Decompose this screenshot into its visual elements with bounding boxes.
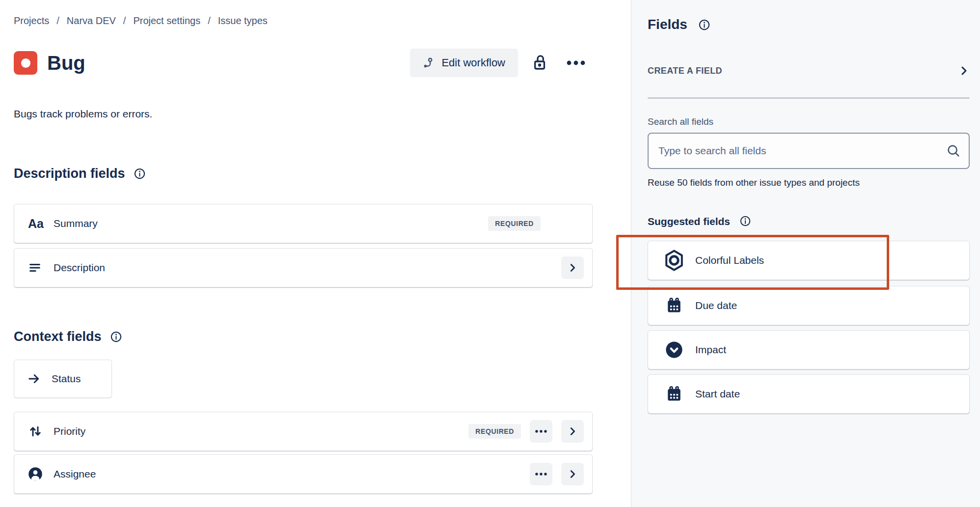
field-label: Priority <box>54 425 85 437</box>
required-badge: REQUIRED <box>488 216 541 231</box>
align-left-icon <box>28 261 47 275</box>
open-field-button[interactable] <box>561 420 584 443</box>
edit-workflow-label: Edit workflow <box>441 56 505 69</box>
info-icon[interactable] <box>739 215 751 227</box>
row-controls <box>561 256 592 279</box>
issue-type-description: Bugs track problems or errors. <box>14 107 152 120</box>
text-style-icon: Aa <box>28 218 47 230</box>
suggested-field-start-date[interactable]: Start date <box>648 374 970 414</box>
breadcrumb: Projects / Narva DEV / Project settings … <box>14 14 268 28</box>
more-icon <box>535 472 547 477</box>
field-label: Summary <box>54 218 98 229</box>
fields-title: Fields <box>648 18 687 31</box>
arrow-right-icon <box>27 372 41 386</box>
header-actions: Edit workflow <box>410 49 593 77</box>
reuse-fields-hint: Reuse 50 fields from other issue types a… <box>648 177 860 189</box>
page-header: Bug Edit workflow <box>14 48 593 78</box>
workflow-icon <box>423 56 436 69</box>
field-label: Assignee <box>54 468 96 480</box>
field-row-description[interactable]: Description <box>14 248 593 287</box>
label-icon <box>662 249 686 272</box>
fields-heading: Fields <box>648 18 710 31</box>
breadcrumb-separator: / <box>123 16 126 26</box>
chevron-right-icon <box>567 426 578 437</box>
row-controls: REQUIRED <box>468 420 592 443</box>
chevron-right-icon <box>567 262 578 273</box>
suggested-field-colorful-labels[interactable]: Colorful Labels <box>648 241 970 280</box>
edit-workflow-button[interactable]: Edit workflow <box>410 49 518 77</box>
row-more-button[interactable] <box>530 463 552 485</box>
priority-icon <box>28 424 47 439</box>
field-label: Description <box>54 262 105 274</box>
suggested-field-due-date[interactable]: Due date <box>648 286 970 325</box>
description-fields-heading: Description fields <box>14 167 146 180</box>
field-row-summary[interactable]: Aa Summary REQUIRED <box>14 204 593 243</box>
row-controls: REQUIRED <box>488 216 592 231</box>
divider <box>648 97 970 99</box>
chevron-right-icon <box>958 65 970 77</box>
info-icon[interactable] <box>134 168 146 180</box>
search-input[interactable] <box>648 133 970 169</box>
breadcrumb-item-project-settings[interactable]: Project settings <box>133 16 200 26</box>
spacer <box>549 224 584 224</box>
row-controls <box>530 463 592 485</box>
field-row-assignee[interactable]: Assignee <box>14 454 593 494</box>
more-menu-button[interactable] <box>566 60 586 66</box>
bug-issue-type-icon <box>14 51 37 75</box>
search-field <box>648 133 970 169</box>
impact-icon <box>662 340 686 359</box>
required-badge: REQUIRED <box>468 424 521 439</box>
create-a-field-button[interactable]: CREATE A FIELD <box>648 61 970 81</box>
status-label: Status <box>52 373 81 385</box>
suggested-fields-title: Suggested fields <box>648 216 730 226</box>
context-fields-title: Context fields <box>14 330 102 343</box>
breadcrumb-separator: / <box>56 16 59 26</box>
info-icon[interactable] <box>698 19 710 31</box>
info-icon[interactable] <box>110 331 122 343</box>
search-icon <box>946 143 961 158</box>
row-more-button[interactable] <box>530 420 552 443</box>
breadcrumb-item-project[interactable]: Narva DEV <box>67 16 116 26</box>
breadcrumb-separator: / <box>208 16 211 26</box>
calendar-icon <box>662 385 686 403</box>
page-title: Bug <box>47 53 85 73</box>
breadcrumb-item-issue-types[interactable]: Issue types <box>218 16 268 26</box>
chevron-right-icon <box>567 469 578 479</box>
fields-sidebar: Fields CREATE A FIELD Search all fields … <box>631 0 980 507</box>
create-a-field-label: CREATE A FIELD <box>648 66 722 76</box>
open-field-button[interactable] <box>561 256 584 279</box>
field-row-priority[interactable]: Priority REQUIRED <box>14 412 593 451</box>
context-fields-heading: Context fields <box>14 330 122 343</box>
unlock-icon <box>532 54 549 72</box>
suggested-field-impact[interactable]: Impact <box>648 330 970 369</box>
suggested-fields-heading: Suggested fields <box>648 215 751 227</box>
assignee-icon <box>28 467 47 481</box>
status-field[interactable]: Status <box>14 360 112 398</box>
more-icon <box>535 429 547 434</box>
calendar-icon <box>662 297 686 314</box>
unlock-button[interactable] <box>532 54 549 72</box>
open-field-button[interactable] <box>561 463 584 485</box>
field-label: Start date <box>695 388 740 400</box>
breadcrumb-item-projects[interactable]: Projects <box>14 16 49 26</box>
field-label: Due date <box>695 300 737 311</box>
search-all-fields-label: Search all fields <box>648 117 713 126</box>
description-fields-title: Description fields <box>14 167 125 180</box>
field-label: Colorful Labels <box>695 254 764 266</box>
more-icon <box>566 60 586 66</box>
field-label: Impact <box>695 344 726 356</box>
